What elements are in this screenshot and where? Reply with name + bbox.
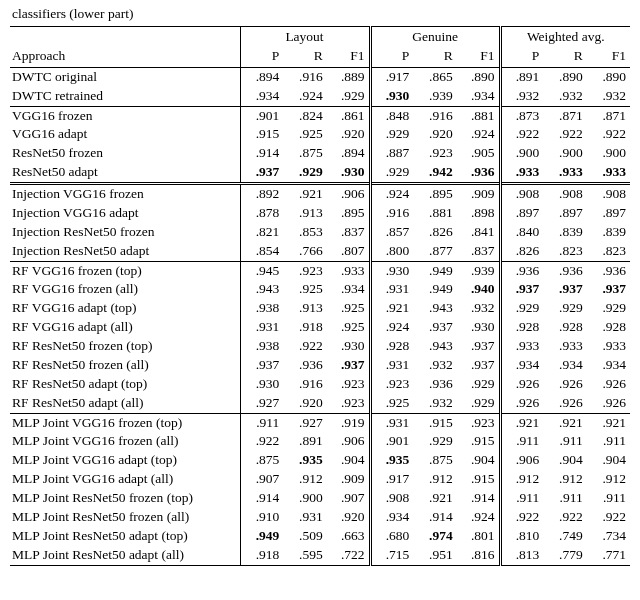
metric-cell: .929 — [327, 87, 370, 106]
metric-cell: .938 — [240, 299, 283, 318]
caption-fragment: classifiers (lower part) — [12, 6, 630, 22]
metric-cell: .900 — [283, 489, 326, 508]
approach-cell: MLP Joint VGG16 frozen (all) — [10, 432, 240, 451]
metric-cell: .934 — [457, 87, 500, 106]
metric-cell: .898 — [457, 204, 500, 223]
metric-cell: .887 — [370, 144, 413, 163]
metric-cell: .930 — [327, 337, 370, 356]
table-row: RF VGG16 adapt (top).938.913.925.921.943… — [10, 299, 630, 318]
metric-cell: .889 — [327, 67, 370, 86]
metric-cell: .906 — [327, 184, 370, 204]
metric-cell: .931 — [370, 356, 413, 375]
metric-cell: .926 — [543, 394, 586, 413]
table-row: Injection VGG16 frozen.892.921.906.924.8… — [10, 184, 630, 204]
metric-cell: .912 — [413, 470, 456, 489]
metric-cell: .913 — [283, 204, 326, 223]
metric-cell: .937 — [457, 337, 500, 356]
metric-cell: .909 — [327, 470, 370, 489]
metric-cell: .924 — [457, 508, 500, 527]
metric-cell: .910 — [240, 508, 283, 527]
metric-cell: .933 — [543, 337, 586, 356]
metric-cell: .937 — [457, 356, 500, 375]
metric-cell: .890 — [587, 67, 630, 86]
metric-cell: .904 — [327, 451, 370, 470]
metric-cell: .722 — [327, 546, 370, 565]
approach-cell: RF ResNet50 adapt (all) — [10, 394, 240, 413]
metric-cell: .878 — [240, 204, 283, 223]
metric-cell: .908 — [543, 184, 586, 204]
approach-cell: VGG16 adapt — [10, 125, 240, 144]
metric-cell: .810 — [500, 527, 543, 546]
metric-cell: .911 — [500, 489, 543, 508]
metric-cell: .801 — [457, 527, 500, 546]
metric-cell: .915 — [457, 470, 500, 489]
metric-cell: .924 — [370, 184, 413, 204]
metric-cell: .824 — [283, 106, 326, 125]
metric-cell: .933 — [500, 163, 543, 183]
metric-cell: .932 — [500, 87, 543, 106]
metric-cell: .942 — [413, 163, 456, 183]
metric-cell: .715 — [370, 546, 413, 565]
metric-cell: .920 — [413, 125, 456, 144]
metric-cell: .908 — [370, 489, 413, 508]
metric-cell: .934 — [500, 356, 543, 375]
metric-cell: .897 — [543, 204, 586, 223]
header-wavg-r: R — [543, 47, 586, 67]
metric-cell: .865 — [413, 67, 456, 86]
metric-cell: .911 — [543, 489, 586, 508]
metric-cell: .929 — [543, 299, 586, 318]
metric-cell: .906 — [500, 451, 543, 470]
header-empty — [10, 27, 240, 47]
results-table: Layout Genuine Weighted avg. Approach P … — [10, 26, 630, 566]
metric-cell: .920 — [327, 508, 370, 527]
metric-cell: .929 — [500, 299, 543, 318]
metric-cell: .901 — [370, 432, 413, 451]
metric-cell: .913 — [283, 299, 326, 318]
metric-cell: .926 — [587, 375, 630, 394]
metric-cell: .837 — [457, 242, 500, 261]
metric-cell: .943 — [413, 337, 456, 356]
metric-cell: .937 — [240, 163, 283, 183]
metric-cell: .911 — [240, 413, 283, 432]
table-row: DWTC retrained.934.924.929.930.939.934.9… — [10, 87, 630, 106]
metric-cell: .904 — [543, 451, 586, 470]
metric-cell: .823 — [587, 242, 630, 261]
header-group-genuine: Genuine — [370, 27, 500, 47]
metric-cell: .922 — [500, 508, 543, 527]
metric-cell: .905 — [457, 144, 500, 163]
metric-cell: .911 — [587, 432, 630, 451]
header-group-layout: Layout — [240, 27, 370, 47]
metric-cell: .928 — [500, 318, 543, 337]
metric-cell: .933 — [587, 163, 630, 183]
header-wavg-p: P — [500, 47, 543, 67]
metric-cell: .890 — [457, 67, 500, 86]
metric-cell: .932 — [543, 87, 586, 106]
metric-cell: .936 — [283, 356, 326, 375]
approach-cell: RF VGG16 frozen (all) — [10, 280, 240, 299]
table-row: VGG16 adapt.915.925.920.929.920.924.922.… — [10, 125, 630, 144]
metric-cell: .915 — [240, 125, 283, 144]
metric-cell: .936 — [543, 261, 586, 280]
metric-cell: .932 — [413, 394, 456, 413]
header-approach: Approach — [10, 47, 240, 67]
metric-cell: .949 — [413, 280, 456, 299]
metric-cell: .938 — [240, 337, 283, 356]
metric-cell: .929 — [413, 432, 456, 451]
approach-cell: MLP Joint ResNet50 adapt (top) — [10, 527, 240, 546]
metric-cell: .914 — [240, 489, 283, 508]
metric-cell: .915 — [413, 413, 456, 432]
metric-cell: .826 — [413, 223, 456, 242]
metric-cell: .920 — [283, 394, 326, 413]
metric-cell: .939 — [457, 261, 500, 280]
metric-cell: .921 — [283, 184, 326, 204]
table-row: RF ResNet50 frozen (all).937.936.937.931… — [10, 356, 630, 375]
approach-cell: Injection VGG16 frozen — [10, 184, 240, 204]
table-row: VGG16 frozen.901.824.861.848.916.881.873… — [10, 106, 630, 125]
metric-cell: .891 — [283, 432, 326, 451]
metric-cell: .935 — [283, 451, 326, 470]
metric-cell: .663 — [327, 527, 370, 546]
metric-cell: .857 — [370, 223, 413, 242]
metric-cell: .932 — [457, 299, 500, 318]
table-row: Injection ResNet50 adapt.854.766.807.800… — [10, 242, 630, 261]
metric-cell: .916 — [413, 106, 456, 125]
